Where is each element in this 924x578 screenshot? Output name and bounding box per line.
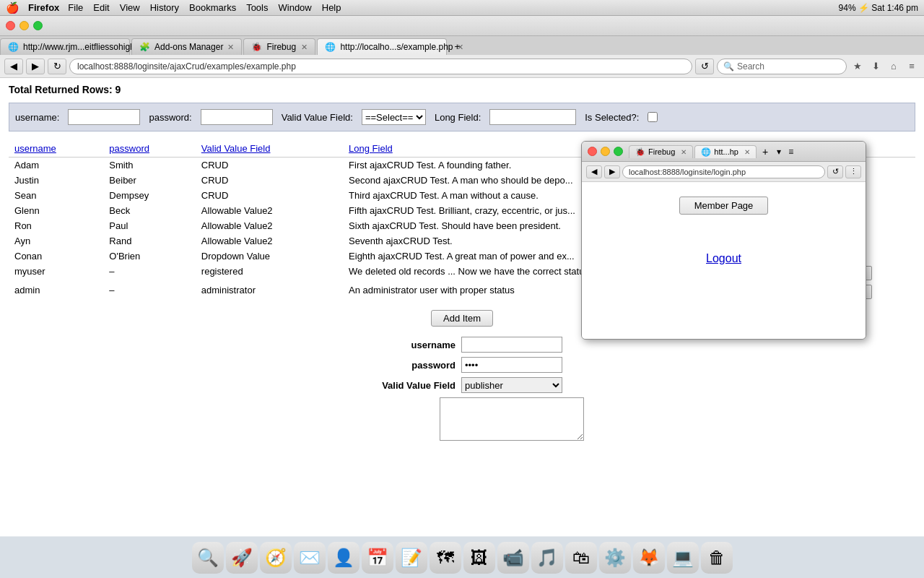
popup-refresh-button[interactable]: ↺ <box>827 165 843 178</box>
url-bar[interactable]: localhost:8888/loginsite/ajaxCrud/exampl… <box>69 59 692 74</box>
dock-preferences[interactable]: ⚙️ <box>599 542 631 574</box>
popup-tab-close-1[interactable]: ✕ <box>744 148 750 156</box>
dock-mail[interactable]: ✉️ <box>294 542 326 574</box>
total-rows: Total Returned Rows: 9 <box>9 84 915 95</box>
dock-safari[interactable]: 🧭 <box>260 542 292 574</box>
back-button[interactable]: ◀ <box>4 59 23 74</box>
popup-nav-btn1[interactable]: ⋮ <box>845 165 861 178</box>
reload-icon[interactable]: ↺ <box>695 59 714 74</box>
dock-launchpad[interactable]: 🚀 <box>226 542 258 574</box>
username-filter-label: username: <box>15 112 59 123</box>
menu-help[interactable]: Help <box>322 2 341 13</box>
popup-maximize-button[interactable] <box>614 147 623 156</box>
popup-back-button[interactable]: ◀ <box>586 165 602 178</box>
tab-2[interactable]: 🐞 Firebug ✕ <box>243 38 315 55</box>
apple-menu[interactable]: 🍎 <box>6 1 19 14</box>
valid-value-filter-select[interactable]: ==Select== <box>362 109 426 125</box>
total-rows-text: Total Returned Rows: 9 <box>9 84 121 95</box>
tab-close-2[interactable]: ✕ <box>301 43 308 52</box>
dock-calendar[interactable]: 📅 <box>362 542 393 574</box>
dock-facetime[interactable]: 📹 <box>497 542 529 574</box>
menu-edit[interactable]: Edit <box>93 2 109 13</box>
dock-appstore[interactable]: 🛍 <box>565 542 597 574</box>
col-header-username[interactable]: username <box>9 140 103 158</box>
popup-tab-close-0[interactable]: ✕ <box>681 148 687 156</box>
menu-tools[interactable]: Tools <box>246 2 268 13</box>
form-section: username password Valid Value Field publ… <box>9 337 915 441</box>
dock-terminal[interactable]: 💻 <box>667 542 699 574</box>
tab-favicon-1: 🧩 <box>139 42 150 52</box>
popup-content: Member Page Logout <box>582 182 866 339</box>
dock-firefox[interactable]: 🦊 <box>633 542 665 574</box>
tab-label-3: http://localho...s/example.php <box>340 42 453 52</box>
logout-link[interactable]: Logout <box>706 252 741 265</box>
refresh-button[interactable]: ↻ <box>48 59 66 74</box>
close-button[interactable] <box>6 21 15 30</box>
form-password-input[interactable] <box>461 357 562 373</box>
tab-0[interactable]: 🌐 http://www.rjm...eitfliessohigh ✕ <box>0 38 130 55</box>
search-icon: 🔍 <box>723 61 734 72</box>
cell-valid-value: CRUD <box>196 158 343 173</box>
menu-history[interactable]: History <box>150 2 179 13</box>
menu-window[interactable]: Window <box>279 2 312 13</box>
popup-tab-list[interactable]: ▾ <box>774 147 784 157</box>
browser-titlebar <box>0 16 924 36</box>
cell-username: Justin <box>9 173 103 188</box>
popup-url-bar[interactable]: localhost:8888/loginsite/login.php <box>622 165 825 178</box>
tab-1[interactable]: 🧩 Add-ons Manager ✕ <box>131 38 242 55</box>
tab-3[interactable]: 🌐 http://localho...s/example.php ✕ <box>317 38 447 55</box>
dock-contacts[interactable]: 👤 <box>328 542 359 574</box>
maximize-button[interactable] <box>33 21 43 30</box>
popup-close-button[interactable] <box>588 147 597 156</box>
home-icon[interactable]: ⌂ <box>886 59 902 74</box>
menu-file[interactable]: File <box>68 2 83 13</box>
long-field-filter-input[interactable] <box>489 109 576 125</box>
minimize-button[interactable] <box>19 21 29 30</box>
form-long-field-textarea[interactable] <box>440 397 584 441</box>
col-header-password[interactable]: password <box>103 140 195 158</box>
dock-notes[interactable]: 📝 <box>396 542 427 574</box>
password-filter-input[interactable] <box>201 109 273 125</box>
dock-photos[interactable]: 🖼 <box>463 542 495 574</box>
popup-menu-icon[interactable]: ≡ <box>785 147 796 157</box>
col-header-valid-value[interactable]: Valid Value Field <box>196 140 343 158</box>
username-filter-input[interactable] <box>68 109 140 125</box>
dock-finder[interactable]: 🔍 <box>192 542 224 574</box>
app-name: Firefox <box>28 2 59 13</box>
form-username-input[interactable] <box>461 337 562 353</box>
bookmark-icon[interactable]: ★ <box>850 59 866 74</box>
form-row-password: password <box>362 357 562 373</box>
member-page-button[interactable]: Member Page <box>679 197 769 215</box>
cell-password: – <box>103 264 195 282</box>
popup-url-text: localhost:8888/loginsite/login.php <box>629 168 746 176</box>
dock-trash[interactable]: 🗑 <box>701 542 733 574</box>
cell-password: Smith <box>103 158 195 173</box>
popup-nav-bar: ◀ ▶ localhost:8888/loginsite/login.php ↺… <box>582 162 866 182</box>
cell-password: Beck <box>103 203 195 218</box>
url-text: localhost:8888/loginsite/ajaxCrud/exampl… <box>77 61 296 72</box>
popup-forward-button[interactable]: ▶ <box>604 165 620 178</box>
download-icon[interactable]: ⬇ <box>868 59 884 74</box>
menu-icon[interactable]: ≡ <box>904 59 920 74</box>
cell-valid-value: Allowable Value2 <box>196 233 343 249</box>
popup-new-tab[interactable]: + <box>758 146 772 158</box>
long-field-filter-label: Long Field: <box>435 112 481 123</box>
cell-valid-value: Dropdown Value <box>196 249 343 264</box>
popup-tab-login[interactable]: 🌐 htt...hp ✕ <box>694 145 757 158</box>
tab-close-1[interactable]: ✕ <box>227 43 234 52</box>
menu-view[interactable]: View <box>120 2 140 13</box>
search-bar[interactable]: 🔍 Search <box>717 59 847 74</box>
menubar: 🍎 Firefox File Edit View History Bookmar… <box>0 0 924 16</box>
cell-password: – <box>103 282 195 301</box>
menu-bookmarks[interactable]: Bookmarks <box>189 2 236 13</box>
popup-tab-firebug[interactable]: 🐞 Firebug ✕ <box>629 145 693 158</box>
forward-button[interactable]: ▶ <box>26 59 45 74</box>
dock-itunes[interactable]: 🎵 <box>531 542 563 574</box>
nav-icons: ★ ⬇ ⌂ ≡ <box>850 59 920 74</box>
add-item-button[interactable]: Add Item <box>431 310 493 327</box>
new-tab-button[interactable]: + <box>448 38 466 55</box>
popup-minimize-button[interactable] <box>601 147 610 156</box>
is-selected-filter-checkbox[interactable] <box>648 112 658 122</box>
dock-maps[interactable]: 🗺 <box>430 542 461 574</box>
form-valid-value-select[interactable]: publisher CRUD Allowable Value2 Dropdown… <box>461 377 562 393</box>
